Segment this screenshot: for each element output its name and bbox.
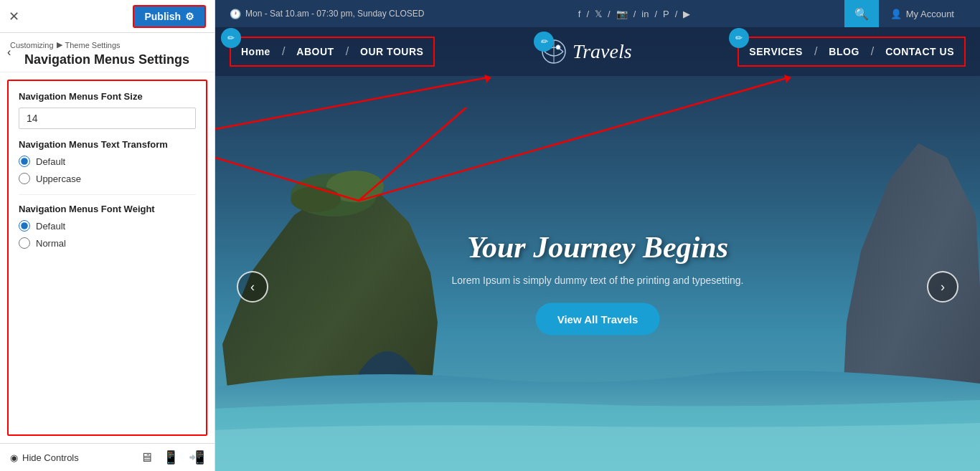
- site-top-left: 🕐 Mon - Sat 10.am - 07:30 pm, Sunday CLO…: [230, 9, 424, 19]
- text-transform-default-radio[interactable]: [19, 156, 30, 167]
- linkedin-icon[interactable]: in: [641, 9, 649, 19]
- top-bar: ✕ Publish ⚙: [0, 0, 215, 33]
- search-icon: 🔍: [854, 8, 869, 20]
- left-panel: ✕ Publish ⚙ ‹ Customizing ▶ Theme Settin…: [0, 0, 215, 471]
- close-button[interactable]: ✕: [9, 9, 19, 24]
- back-icon: ‹: [7, 46, 11, 58]
- font-size-input[interactable]: [19, 108, 196, 129]
- font-weight-default-label: Default: [36, 221, 65, 232]
- sep2: /: [608, 9, 611, 19]
- pinterest-icon[interactable]: P: [663, 9, 669, 19]
- settings-section: Navigation Menus Font Size Navigation Me…: [7, 80, 207, 436]
- text-transform-uppercase-option[interactable]: Uppercase: [19, 173, 196, 184]
- search-button-top[interactable]: 🔍: [844, 0, 879, 27]
- preview-area: ‹ › Your Journey Begins Lorem Ipsum is s…: [215, 0, 980, 471]
- breadcrumb-theme-settings[interactable]: Theme Settings: [65, 41, 121, 49]
- logo-edit-circle[interactable]: ✏: [534, 32, 554, 52]
- breadcrumb-arrow: ▶: [57, 40, 62, 49]
- schedule-text: Mon - Sat 10.am - 07:30 pm, Sunday CLOSE…: [245, 9, 424, 19]
- font-weight-normal-label: Normal: [36, 238, 66, 249]
- text-transform-default-option[interactable]: Default: [19, 156, 196, 167]
- my-account-label: My Account: [906, 9, 954, 19]
- font-size-label: Navigation Menus Font Size: [19, 91, 196, 102]
- tablet-icon[interactable]: 📱: [163, 449, 179, 465]
- hero-content: Your Journey Begins Lorem Ipsum is simpl…: [452, 230, 744, 336]
- nav-left-edit-circle[interactable]: ✏: [221, 28, 241, 48]
- font-weight-group: Default Normal: [19, 220, 196, 249]
- user-icon: 👤: [890, 9, 902, 19]
- hide-controls-button[interactable]: ◉ Hide Controls: [10, 452, 79, 463]
- nav-contact-us[interactable]: CONTACT US: [885, 46, 954, 57]
- nav-right: ✏ SERVICES / BLOG / CONTACT US: [738, 37, 966, 67]
- close-icon: ✕: [9, 9, 19, 24]
- font-weight-default-option[interactable]: Default: [19, 220, 196, 232]
- nav-sep-3: /: [814, 45, 817, 58]
- nav-our-tours[interactable]: OUR TOURS: [360, 46, 423, 57]
- nav-left: ✏ Home / ABOUT / OUR TOURS: [230, 37, 435, 67]
- sep1: /: [586, 9, 589, 19]
- publish-label: Publish: [144, 11, 181, 22]
- site-logo: ✏ Travels: [541, 39, 631, 65]
- hero-title: Your Journey Begins: [452, 230, 744, 265]
- gear-icon: ⚙: [185, 11, 194, 22]
- section-divider: [19, 194, 196, 195]
- hide-controls-label: Hide Controls: [22, 452, 79, 463]
- nav-sep-1: /: [282, 45, 285, 58]
- twitter-icon[interactable]: 𝕏: [595, 9, 602, 19]
- hide-controls-icon: ◉: [10, 452, 18, 463]
- font-weight-normal-radio[interactable]: [19, 237, 30, 249]
- text-transform-uppercase-radio[interactable]: [19, 173, 30, 184]
- my-account-button[interactable]: 👤 My Account: [879, 0, 966, 27]
- clock-icon: 🕐: [230, 9, 241, 19]
- sep3: /: [633, 9, 636, 19]
- carousel-left-icon: ‹: [250, 280, 255, 295]
- device-icons: 🖥 📱 📲: [140, 449, 204, 465]
- top-right: 🔍 👤 My Account: [844, 0, 966, 27]
- nav-about[interactable]: ABOUT: [296, 46, 334, 57]
- sep4: /: [654, 9, 657, 19]
- font-weight-default-radio[interactable]: [19, 220, 30, 232]
- text-transform-group: Default Uppercase: [19, 156, 196, 184]
- nav-services[interactable]: SERVICES: [749, 46, 803, 57]
- breadcrumb-section: ‹ Customizing ▶ Theme Settings Navigatio…: [0, 33, 215, 72]
- mobile-icon[interactable]: 📲: [189, 449, 204, 465]
- page-title: Navigation Menus Settings: [10, 52, 204, 67]
- carousel-right-icon: ›: [941, 280, 945, 295]
- nav-home[interactable]: Home: [241, 46, 270, 57]
- site-overlay: 🕐 Mon - Sat 10.am - 07:30 pm, Sunday CLO…: [215, 0, 980, 76]
- nav-right-edit-circle[interactable]: ✏: [729, 28, 749, 48]
- svg-point-3: [291, 186, 341, 212]
- facebook-icon[interactable]: f: [578, 9, 581, 19]
- logo-text: Travels: [573, 40, 631, 63]
- nav-sep-4: /: [871, 45, 874, 58]
- text-transform-uppercase-label: Uppercase: [36, 173, 81, 184]
- back-button[interactable]: ‹: [0, 40, 18, 65]
- text-transform-default-label: Default: [36, 156, 65, 167]
- font-weight-label: Navigation Menus Font Weight: [19, 204, 196, 214]
- youtube-icon[interactable]: ▶: [683, 9, 690, 19]
- carousel-right-button[interactable]: ›: [927, 271, 958, 303]
- desktop-icon[interactable]: 🖥: [140, 449, 153, 465]
- text-transform-label: Navigation Menus Text Transform: [19, 139, 196, 150]
- hero-subtitle: Lorem Ipsum is simply dummy text of the …: [452, 275, 744, 286]
- instagram-icon[interactable]: 📷: [616, 9, 628, 19]
- breadcrumb: Customizing ▶ Theme Settings: [10, 40, 204, 49]
- social-icons: f / 𝕏 / 📷 / in / P / ▶: [578, 9, 691, 19]
- publish-button[interactable]: Publish ⚙: [133, 5, 206, 28]
- nav-bar: ✏ Home / ABOUT / OUR TOURS ✏: [215, 27, 980, 76]
- carousel-left-button[interactable]: ‹: [237, 271, 268, 303]
- font-weight-normal-option[interactable]: Normal: [19, 237, 196, 249]
- nav-sep-2: /: [346, 45, 349, 58]
- sep5: /: [675, 9, 678, 19]
- nav-blog[interactable]: BLOG: [829, 46, 859, 57]
- bottom-bar: ◉ Hide Controls 🖥 📱 📲: [0, 443, 215, 471]
- hero-cta-button[interactable]: View All Travels: [536, 303, 660, 336]
- site-top-bar: 🕐 Mon - Sat 10.am - 07:30 pm, Sunday CLO…: [215, 0, 980, 27]
